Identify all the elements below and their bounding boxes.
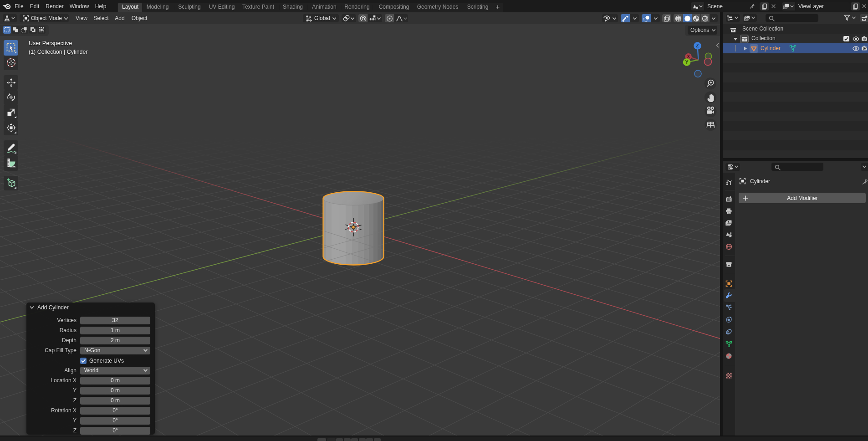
svg-text:Y: Y xyxy=(685,59,688,65)
svg-text:Z: Z xyxy=(696,43,699,48)
svg-text:X: X xyxy=(687,54,690,59)
